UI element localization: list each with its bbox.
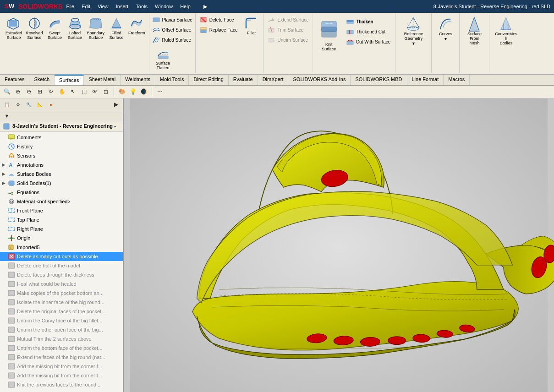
freeform-btn[interactable]: Freeform [126, 15, 147, 37]
rotate-btn[interactable]: ↻ [46, 87, 56, 97]
menu-help[interactable]: Help [180, 4, 191, 10]
tree-item-delete-faces-thickness[interactable]: Delete faces through the thickness [0, 270, 123, 279]
pan-btn[interactable]: ✋ [57, 87, 67, 97]
tree-item-add-missing-2[interactable]: Add the missing bit from the corner f... [0, 371, 123, 380]
tree-item-surface-bodies[interactable]: ▶ Surface Bodies [0, 169, 123, 179]
ruled-surface-btn[interactable]: Ruled Surface [150, 35, 194, 45]
revolved-surface-btn[interactable]: RevolvedSurface [24, 15, 45, 42]
tree-item-front-plane[interactable]: Front Plane [0, 206, 123, 215]
feature-manager-btn[interactable]: 📋 [2, 99, 12, 109]
menu-edit[interactable]: Edit [82, 4, 90, 10]
planar-surface-btn[interactable]: Planar Surface [150, 15, 194, 25]
svg-point-47 [11, 156, 12, 158]
tree-item-heal[interactable]: Heal what could be healed [0, 279, 123, 289]
tree-item-solid-bodies[interactable]: ▶ Solid Bodies(1) [0, 179, 123, 188]
surface-from-mesh-btn[interactable]: SurfaceFromMesh [462, 16, 486, 47]
knit-surface-btn[interactable]: KnitSurface [316, 15, 342, 54]
reference-geometry-btn[interactable]: ReferenceGeometry ▼ [399, 16, 428, 47]
tree-item-right-plane[interactable]: Right Plane [0, 224, 123, 234]
tree-item-untrim-other[interactable]: Untrim the other open face of the big... [0, 325, 123, 334]
tree-item-origin[interactable]: Origin [0, 234, 123, 243]
menu-window[interactable]: Window [155, 4, 173, 10]
surface-flatten-btn[interactable]: SurfaceFlatten [150, 45, 176, 72]
boundary-surface-btn[interactable]: BoundarySurface [85, 15, 107, 42]
tree-item-knit-previous[interactable]: Knit the previous faces to the round... [0, 380, 123, 389]
dim-expert-btn[interactable]: 📐 [35, 99, 45, 109]
menu-file[interactable]: File [66, 4, 74, 10]
menu-view[interactable]: View [98, 4, 109, 10]
tree-item-comments[interactable]: Comments [0, 133, 123, 142]
tree-item-annotations[interactable]: ▶ A Annotations [0, 160, 123, 169]
zoom-fit-btn[interactable]: ⊞ [35, 87, 45, 97]
select-btn[interactable]: ↖ [68, 87, 78, 97]
property-manager-btn[interactable]: ⚙ [13, 99, 23, 109]
filled-surface-btn[interactable]: FilledSurface [106, 15, 126, 42]
tree-item-top-plane[interactable]: Top Plane [0, 215, 123, 224]
tree-item-mutual-trim[interactable]: Mutual Trim the 2 surfaces above [0, 334, 123, 343]
quick-access-icon[interactable]: ▶ [203, 4, 207, 10]
tree-item-imported5[interactable]: I Imported5 [0, 243, 123, 252]
section-view-btn[interactable]: ◫ [79, 87, 89, 97]
tab-surfaces[interactable]: Surfaces [55, 75, 84, 85]
menu-insert[interactable]: Insert [116, 4, 129, 10]
delete-face-btn[interactable]: Delete Face [197, 15, 240, 25]
tab-macros[interactable]: Macros [444, 75, 470, 85]
panel-expand-btn[interactable]: ▶ [111, 99, 121, 109]
3d-viewport[interactable] [124, 98, 554, 392]
window-title: 8-Javelin's Student - Reverse Engineerin… [433, 4, 550, 9]
tab-sw-mbd[interactable]: SOLIDWORKS MBD [351, 75, 407, 85]
curves-btn[interactable]: Curves ▼ [434, 16, 456, 43]
tree-item-equations[interactable]: =x Equations [0, 188, 123, 197]
tab-weldments[interactable]: Weldments [121, 75, 155, 85]
tree-item-add-missing-1[interactable]: Add the missing bit from the corner f... [0, 362, 123, 371]
convert-mesh-btn[interactable]: ConvertMeshBodies [492, 16, 520, 47]
replace-face-btn[interactable]: Replace Face [197, 25, 240, 35]
tab-sw-addins[interactable]: SOLIDWORKS Add-Ins [288, 75, 351, 85]
more-options-btn[interactable]: ⋯ [155, 87, 165, 97]
tree-item-delete-half[interactable]: Delete one half of the model [0, 261, 123, 270]
fillet-btn[interactable]: Fillet [241, 15, 261, 37]
tab-features[interactable]: Features [0, 75, 29, 85]
tree-item-history[interactable]: History [0, 142, 123, 151]
svg-marker-34 [469, 17, 479, 31]
thicken-btn[interactable]: Thicken [344, 16, 393, 27]
tab-sheet-metal[interactable]: Sheet Metal [84, 75, 121, 85]
tab-mold-tools[interactable]: Mold Tools [155, 75, 189, 85]
appearance-btn[interactable]: 🎨 [117, 87, 127, 97]
hide-show-btn[interactable]: 👁 [90, 87, 100, 97]
svg-rect-68 [8, 281, 15, 287]
extruded-surface-btn[interactable]: ExtrudedSurface [4, 15, 24, 42]
tab-line-format[interactable]: Line Format [407, 75, 444, 85]
tree-item-material[interactable]: M Material <not specified> [0, 197, 123, 206]
tab-direct-editing[interactable]: Direct Editing [189, 75, 228, 85]
tree-item-sensors[interactable]: Sensors [0, 151, 123, 160]
tree-item-isolate-inner[interactable]: Isolate the inner face of the big round.… [0, 298, 123, 307]
tree-item-untrim-curvy[interactable]: Untrim the Curvy face of the big fillet.… [0, 316, 123, 325]
realview-btn[interactable]: 💡 [128, 87, 138, 97]
thickened-cut-btn[interactable]: Thickened Cut [344, 27, 393, 37]
offset-surface-btn[interactable]: Offset Surface [150, 25, 194, 35]
extend-surface-btn[interactable]: Extend Surface [265, 15, 310, 25]
zoom-out-btn[interactable]: ⊖ [24, 87, 34, 97]
lofted-surface-btn[interactable]: LoftedSurface [65, 15, 85, 42]
config-manager-btn[interactable]: 🔧 [24, 99, 34, 109]
tree-item-untrim-bottom[interactable]: Untrim the bottom face of the pocket... [0, 343, 123, 353]
tree-item-extend-faces[interactable]: Extend the faces of the big round (nat..… [0, 353, 123, 362]
svg-rect-15 [158, 56, 168, 59]
tab-evaluate[interactable]: Evaluate [229, 75, 258, 85]
cut-with-surface-btn[interactable]: Cut With Surface [344, 37, 393, 47]
view-orient-btn[interactable]: 🔍 [2, 87, 12, 97]
untrim-surface-btn[interactable]: Untrim Surface [265, 35, 310, 45]
menu-tools[interactable]: Tools [136, 4, 148, 10]
shadows-btn[interactable]: 🌒 [139, 87, 149, 97]
swept-surface-btn[interactable]: SweptSurface [45, 15, 65, 42]
zoom-in-btn[interactable]: ⊕ [13, 87, 23, 97]
display-manager-btn[interactable]: ● [46, 99, 56, 109]
tree-item-delete-original[interactable]: Delete the original faces of the pocket.… [0, 307, 123, 316]
tree-item-make-copies[interactable]: Make copies of the pocket bottom an... [0, 289, 123, 298]
tab-sketch[interactable]: Sketch [29, 75, 55, 85]
display-style-btn[interactable]: ◻ [101, 87, 111, 97]
tree-item-delete-cutouts[interactable]: Delete as many cut-outs as possible [0, 252, 123, 261]
tab-dimxpert[interactable]: DimXpert [258, 75, 289, 85]
trim-surface-btn[interactable]: Trim Surface [265, 25, 310, 35]
